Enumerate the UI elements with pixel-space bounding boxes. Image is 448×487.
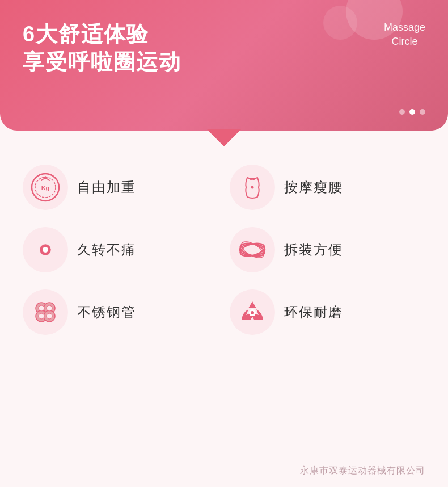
disassemble-icon (237, 234, 268, 265)
svg-point-14 (43, 247, 48, 253)
feature-weight: Kg 自由加重 (23, 165, 218, 210)
footer-company: 永康市双泰运动器械有限公司 (300, 465, 425, 477)
svg-point-23 (39, 305, 44, 311)
dot-3[interactable] (420, 109, 425, 115)
svg-point-25 (39, 313, 44, 319)
icon-circle-steel (23, 289, 68, 335)
svg-text:Kg: Kg (41, 184, 50, 191)
page-wrapper: 6大舒适体验 享受呼啦圈运动 Massage Circle Kg (0, 0, 448, 487)
feature-eco: 环保耐磨 (230, 289, 425, 335)
icon-circle-durable (23, 227, 68, 272)
svg-point-4 (251, 186, 254, 189)
steel-icon (30, 297, 61, 328)
feature-label-eco: 环保耐磨 (284, 303, 343, 321)
icon-circle-massage (230, 165, 275, 210)
feature-massage: 按摩瘦腰 (230, 165, 425, 210)
eco-icon (237, 297, 268, 328)
header-subtitle: Massage Circle (384, 20, 425, 49)
dot-2[interactable] (409, 109, 415, 115)
svg-point-18 (239, 238, 266, 261)
gear-icon (30, 234, 61, 265)
feature-disassemble: 拆装方便 (230, 227, 425, 272)
feature-label-steel: 不锈钢管 (77, 303, 136, 321)
svg-point-26 (47, 313, 52, 319)
icon-circle-eco (230, 289, 275, 335)
icon-circle-disassemble (230, 227, 275, 272)
pagination-dots (399, 109, 425, 115)
feature-label-durable: 久转不痛 (77, 241, 136, 259)
feature-label-massage: 按摩瘦腰 (284, 178, 343, 196)
svg-point-24 (47, 305, 52, 311)
icon-circle-weight: Kg (23, 165, 68, 210)
header-section: 6大舒适体验 享受呼啦圈运动 Massage Circle (0, 0, 448, 131)
feature-label-disassemble: 拆装方便 (284, 241, 343, 259)
weight-icon: Kg (30, 172, 61, 203)
feature-label-weight: 自由加重 (77, 178, 136, 196)
svg-point-28 (251, 311, 254, 314)
content-area: Kg 自由加重 按摩瘦腰 (0, 131, 448, 352)
feature-durable: 久转不痛 (23, 227, 218, 272)
feature-steel: 不锈钢管 (23, 289, 218, 335)
dot-1[interactable] (399, 109, 405, 115)
massage-icon (237, 172, 268, 203)
